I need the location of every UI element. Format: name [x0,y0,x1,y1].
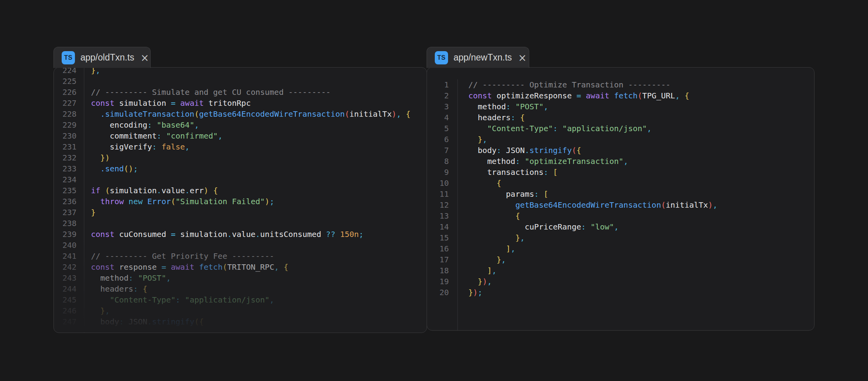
code-line [91,174,427,185]
line-number: 20 [439,287,449,298]
line-number: 234 [62,174,76,185]
tab-title: app/oldTxn.ts [80,52,134,63]
line-number: 242 [62,262,76,272]
code-line: { [468,178,814,189]
tab-title: app/newTxn.ts [454,52,512,63]
code-line: ], [468,243,814,254]
code-line [91,218,427,229]
code-line: "Content-Type": "application/json", [468,123,814,134]
code-line [91,240,427,251]
code-area[interactable]: },// --------- Simulate and get CU consu… [84,68,427,333]
close-icon[interactable]: × [518,53,527,63]
tab-old-txn-file[interactable]: TS app/oldTxn.ts × [53,47,151,68]
line-number: 232 [62,152,76,163]
code-line: const response = await fetch(TRITON_RPC,… [91,262,427,272]
line-number: 231 [62,141,76,152]
code-line: }, [91,68,427,76]
code-line: }), [468,276,814,287]
code-line: headers: { [91,283,427,294]
code-line: ], [468,265,814,276]
line-number: 238 [62,218,76,229]
line-number: 13 [439,210,449,221]
code-line: if (simulation.value.err) { [91,185,427,196]
line-number: 237 [62,207,76,218]
code-editor[interactable]: 1234567891011121314151617181920 // -----… [427,68,814,330]
code-line: commitment: "confirmed", [91,130,427,141]
code-line: transactions: [ [468,167,814,178]
line-number: 244 [62,283,76,294]
code-line: }, [468,134,814,145]
code-line: }, [91,305,427,316]
line-number: 236 [62,196,76,207]
line-number: 228 [62,109,76,119]
line-number: 239 [62,229,76,240]
line-number: 1 [444,79,449,90]
line-number: 18 [439,265,449,276]
code-line: method: "POST", [91,272,427,283]
line-number: 235 [62,185,76,196]
line-number: 16 [439,243,449,254]
code-line: // --------- Simulate and get CU consume… [91,87,427,98]
code-line: "Content-Type": "application/json", [91,294,427,305]
close-icon[interactable]: × [141,53,149,63]
editor-panel-new-txn: 1234567891011121314151617181920 // -----… [427,67,815,331]
line-number: 226 [62,87,76,98]
line-number: 245 [62,294,76,305]
code-line: sigVerify: false, [91,141,427,152]
line-number-gutter: 2242252262272282292302312322332342352362… [54,68,84,333]
line-number: 8 [444,156,449,167]
code-line: body: JSON.stringify({ [468,145,814,156]
line-number: 14 [439,221,449,232]
code-line: encoding: "base64", [91,119,427,130]
line-number: 4 [444,112,449,123]
code-line: } [91,207,427,218]
code-line: const optimizeResponse = await fetch(TPG… [468,90,814,101]
line-number: 230 [62,130,76,141]
line-number: 15 [439,232,449,243]
code-line: getBase64EncodedWireTransaction(initialT… [468,199,814,210]
code-line: }); [468,287,814,298]
line-number: 227 [62,98,76,109]
line-number: 224 [62,68,76,76]
code-line: // --------- Get Priority Fee --------- [91,251,427,262]
line-number: 17 [439,254,449,265]
line-number: 246 [62,305,76,316]
code-line: const simulation = await tritonRpc [91,98,427,109]
line-number: 5 [444,123,449,134]
code-line: }, [468,232,814,243]
line-number: 240 [62,240,76,251]
code-line: body: JSON.stringify({ [91,316,427,327]
line-number: 247 [62,316,76,327]
editor-panel-old-txn: 2242252262272282292302312322332342352362… [53,67,427,333]
line-number: 19 [439,276,449,287]
line-number: 7 [444,145,449,156]
line-number: 11 [439,189,449,199]
code-line: const cuConsumed = simulation.value.unit… [91,229,427,240]
code-line: .simulateTransaction(getBase64EncodedWir… [91,109,427,119]
line-number: 6 [444,134,449,145]
line-number: 10 [439,178,449,189]
code-line: // --------- Optimize Transaction ------… [468,79,814,90]
code-line [91,76,427,87]
workspace: TS app/oldTxn.ts × TS app/newTxn.ts × 22… [0,0,868,381]
code-line: method: "optimizeTransaction", [468,156,814,167]
line-number: 225 [62,76,76,87]
line-number: 3 [444,101,449,112]
typescript-file-icon: TS [435,51,448,64]
code-line: params: [ [468,189,814,199]
line-number: 229 [62,119,76,130]
line-number: 2 [444,90,449,101]
line-number: 233 [62,163,76,174]
line-number-gutter: 1234567891011121314151617181920 [427,79,458,330]
code-line: method: "POST", [468,101,814,112]
code-line: }, [468,254,814,265]
code-line: { [468,210,814,221]
code-line: cuPriceRange: "low", [468,221,814,232]
code-line: headers: { [468,112,814,123]
line-number: 241 [62,251,76,262]
code-area[interactable]: // --------- Optimize Transaction ------… [458,79,814,330]
tab-new-txn-file[interactable]: TS app/newTxn.ts × [427,47,529,68]
code-editor[interactable]: 2242252262272282292302312322332342352362… [54,68,427,333]
line-number: 9 [444,167,449,178]
line-number: 243 [62,272,76,283]
